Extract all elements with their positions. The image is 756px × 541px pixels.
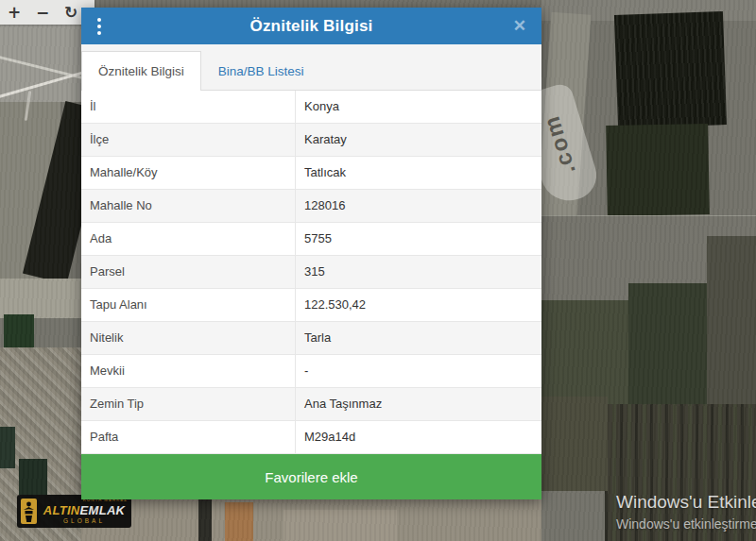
row-label: Parsel (81, 256, 295, 288)
map-dark-green-field (19, 459, 47, 495)
table-row: Mahalle No128016 (81, 190, 541, 223)
row-label: Nitelik (81, 322, 295, 354)
zoom-out-button[interactable]: − (28, 0, 57, 25)
map-green-field (541, 300, 631, 409)
row-label: İlçe (81, 124, 295, 156)
row-value: 5755 (295, 223, 541, 255)
attribute-info-dialog: Öznitelik Bilgisi ✕ Öznitelik Bilgisi Bi… (81, 8, 541, 499)
row-label: Mahalle No (81, 190, 295, 222)
table-row: Parsel315 (81, 256, 541, 289)
row-value: - (295, 355, 541, 387)
row-label: Mevkii (81, 355, 295, 387)
row-label: Pafta (81, 421, 295, 453)
table-row: Mahalle/KöyTatlıcak (81, 157, 541, 190)
table-row: Zemin TipAna Taşınmaz (81, 388, 541, 421)
row-value: Tatlıcak (295, 157, 541, 189)
altinemlak-emblem-icon (21, 499, 37, 524)
zoom-in-button[interactable]: + (0, 0, 28, 25)
map-orange-field (225, 502, 253, 541)
map-dark-field (198, 495, 212, 541)
map-field-patch (284, 510, 397, 541)
row-value: Ana Taşınmaz (295, 388, 541, 420)
altinemlak-watermark: KONYA MERKEZ ALTINEMLAK GLOBAL (17, 495, 131, 528)
screen: .com + − ↻ Öznitelik Bilgisi ✕ Öznitelik… (0, 0, 756, 541)
site-watermark-text: .com (538, 111, 580, 177)
add-to-favorites-button[interactable]: Favorilere ekle (81, 454, 541, 499)
tab-oznitelik-bilgisi[interactable]: Öznitelik Bilgisi (81, 51, 201, 91)
brand-name-label: ALTINEMLAK (43, 504, 126, 516)
table-row: Ada5755 (81, 223, 541, 256)
map-field-patch (0, 279, 85, 318)
row-value: Karatay (295, 124, 541, 156)
table-row: NitelikTarla (81, 322, 541, 355)
map-dark-field (605, 404, 756, 541)
table-row: İlçeKaratay (81, 124, 541, 157)
row-value: 122.530,42 (295, 289, 541, 321)
map-green-field (628, 283, 709, 411)
table-row: PaftaM29a14d (81, 421, 541, 454)
row-label: Ada (81, 223, 295, 255)
row-label: Mahalle/Köy (81, 157, 295, 189)
map-toolbar: + − ↻ (0, 0, 94, 25)
brand-name-white: EMLAK (80, 503, 126, 517)
attribute-table-body: İlKonyaİlçeKaratayMahalle/KöyTatlıcakMah… (81, 91, 541, 454)
map-dark-field (606, 124, 710, 216)
table-row: Mevkii- (81, 355, 541, 388)
row-value: 128016 (295, 190, 541, 222)
map-dark-green-field (0, 427, 15, 468)
menu-kebab-icon[interactable] (85, 8, 113, 44)
row-value: 315 (295, 256, 541, 288)
row-value: Konya (295, 91, 541, 123)
tab-bina-bb-listesi[interactable]: Bina/BB Listesi (201, 51, 321, 91)
map-dark-field (614, 11, 727, 128)
altinemlak-text: KONYA MERKEZ ALTINEMLAK GLOBAL (41, 499, 128, 524)
brand-name-gold: ALTIN (43, 503, 80, 517)
row-label: İl (81, 91, 295, 123)
row-label: Zemin Tip (81, 388, 295, 420)
row-label: Tapu Alanı (81, 289, 295, 321)
dialog-tabs: Öznitelik Bilgisi Bina/BB Listesi (81, 44, 541, 91)
row-value: M29a14d (295, 421, 541, 453)
map-field-patch (541, 397, 608, 491)
dialog-title: Öznitelik Bilgisi (81, 17, 541, 36)
map-field-patch (707, 236, 756, 415)
brand-sub-label: GLOBAL (63, 518, 105, 525)
row-value: Tarla (295, 322, 541, 354)
table-row: İlKonya (81, 91, 541, 124)
close-icon[interactable]: ✕ (509, 8, 530, 44)
table-row: Tapu Alanı122.530,42 (81, 289, 541, 322)
dialog-header: Öznitelik Bilgisi ✕ (81, 8, 541, 44)
